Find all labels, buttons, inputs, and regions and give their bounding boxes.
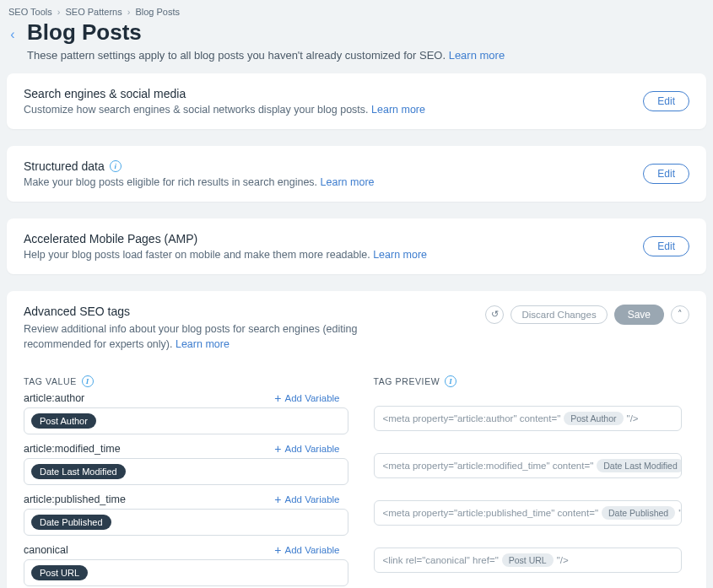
chevron-right-icon: › — [57, 7, 61, 17]
preview-post: "/> — [627, 413, 639, 423]
add-variable-label: Add Variable — [285, 393, 340, 403]
plus-icon: + — [274, 392, 281, 404]
preview-chip: Date Last Modified — [597, 459, 681, 472]
preview-pre: <meta property="article:author" content=… — [383, 413, 561, 423]
card-subtitle: Make your blog posts eligible for rich r… — [24, 176, 317, 188]
learn-more-link[interactable]: Learn more — [371, 104, 425, 116]
tag-preview-box: <meta property="article:author" content=… — [374, 406, 682, 431]
tag-preview-box: <meta property="article:published_time" … — [374, 500, 682, 526]
page-title: Blog Posts — [27, 20, 505, 46]
tag-value-column: TAG VALUE i article:author + Add Variabl… — [24, 375, 340, 588]
tag-row-canonical: canonical + Add Variable Post URL — [24, 544, 340, 586]
variable-chip[interactable]: Post URL — [31, 565, 88, 580]
collapse-button[interactable]: ˄ — [671, 305, 689, 324]
advanced-title: Advanced SEO tags — [24, 305, 395, 318]
learn-more-link[interactable]: Learn more — [176, 338, 230, 350]
add-variable-button[interactable]: + Add Variable — [274, 443, 339, 455]
chevron-right-icon: › — [127, 7, 131, 17]
tag-preview-column: TAG PREVIEW i <meta property="article:au… — [374, 375, 690, 588]
preview-pre: <meta property="article:modified_time" c… — [383, 461, 594, 471]
preview-post: "/> — [557, 555, 569, 565]
add-variable-button[interactable]: + Add Variable — [274, 494, 339, 505]
learn-more-link[interactable]: Learn more — [321, 176, 375, 188]
tag-name: article:modified_time — [24, 443, 121, 455]
plus-icon: + — [274, 494, 281, 505]
preview-chip: Post Author — [564, 412, 623, 425]
learn-more-link[interactable]: Learn more — [373, 249, 427, 261]
card-structured-data: Structured data i Make your blog posts e… — [7, 146, 706, 202]
variable-chip[interactable]: Post Author — [31, 413, 96, 429]
tag-name: article:author — [24, 392, 84, 404]
tag-value-header: TAG VALUE — [24, 376, 77, 386]
card-title: Structured data — [24, 159, 105, 173]
back-button[interactable]: ‹ — [5, 20, 20, 42]
plus-icon: + — [274, 544, 281, 556]
breadcrumb-item-seo-tools[interactable]: SEO Tools — [8, 7, 52, 17]
tag-row-article-published-time: article:published_time + Add Variable Da… — [24, 494, 340, 536]
tag-row-article-modified-time: article:modified_time + Add Variable Dat… — [24, 443, 340, 485]
card-title: Search engines & social media — [24, 87, 186, 100]
chevron-up-icon: ˄ — [678, 309, 683, 320]
preview-chip: Date Published — [602, 506, 675, 520]
tag-preview-box: <link rel="canonical" href=" Post URL "/… — [374, 548, 682, 573]
info-icon[interactable]: i — [110, 160, 122, 172]
tag-name: canonical — [24, 544, 68, 556]
tag-preview-header: TAG PREVIEW — [374, 376, 440, 386]
card-amp: Accelerated Mobile Pages (AMP) Help your… — [7, 218, 706, 274]
tag-preview-box: <meta property="article:modified_time" c… — [374, 453, 682, 478]
edit-button[interactable]: Edit — [643, 91, 689, 111]
edit-button[interactable]: Edit — [643, 236, 689, 256]
add-variable-label: Add Variable — [285, 444, 340, 454]
add-variable-label: Add Variable — [285, 494, 340, 504]
breadcrumb: SEO Tools › SEO Patterns › Blog Posts — [0, 0, 713, 20]
variable-chip[interactable]: Date Last Modified — [31, 464, 126, 479]
preview-chip: Post URL — [502, 553, 554, 567]
add-variable-label: Add Variable — [285, 545, 340, 555]
discard-changes-button[interactable]: Discard Changes — [510, 305, 607, 324]
tag-value-input[interactable]: Post URL — [24, 559, 348, 586]
add-variable-button[interactable]: + Add Variable — [274, 392, 339, 404]
plus-icon: + — [274, 443, 281, 455]
breadcrumb-item-seo-patterns[interactable]: SEO Patterns — [65, 7, 122, 17]
add-variable-button[interactable]: + Add Variable — [274, 544, 339, 556]
breadcrumb-item-blog-posts[interactable]: Blog Posts — [135, 7, 180, 17]
tag-name: article:published_time — [24, 494, 126, 505]
preview-pre: <meta property="article:published_time" … — [383, 508, 599, 518]
variable-chip[interactable]: Date Published — [31, 515, 111, 530]
card-search-social: Search engines & social media Customize … — [7, 73, 706, 129]
save-button[interactable]: Save — [614, 305, 664, 325]
card-subtitle: Help your blog posts load faster on mobi… — [24, 249, 370, 261]
subtitle-text: These pattern settings apply to all blog… — [27, 49, 446, 62]
tag-value-input[interactable]: Date Last Modified — [24, 458, 348, 485]
tag-value-input[interactable]: Post Author — [24, 407, 348, 434]
revert-icon: ↺ — [491, 309, 499, 320]
edit-button[interactable]: Edit — [643, 164, 689, 184]
revert-button[interactable]: ↺ — [485, 305, 504, 324]
chevron-left-icon: ‹ — [10, 27, 14, 41]
learn-more-link[interactable]: Learn more — [449, 49, 505, 62]
tag-value-input[interactable]: Date Published — [24, 509, 348, 536]
card-advanced-seo: Advanced SEO tags Review additional info… — [7, 291, 706, 588]
card-subtitle: Customize how search engines & social ne… — [24, 104, 369, 116]
preview-post: "/ — [678, 508, 681, 518]
page-subtitle: These pattern settings apply to all blog… — [27, 49, 505, 62]
info-icon[interactable]: i — [82, 375, 94, 387]
card-title: Accelerated Mobile Pages (AMP) — [24, 232, 197, 245]
tag-row-article-author: article:author + Add Variable Post Autho… — [24, 392, 340, 434]
info-icon[interactable]: i — [445, 375, 456, 387]
preview-pre: <link rel="canonical" href=" — [383, 555, 499, 565]
